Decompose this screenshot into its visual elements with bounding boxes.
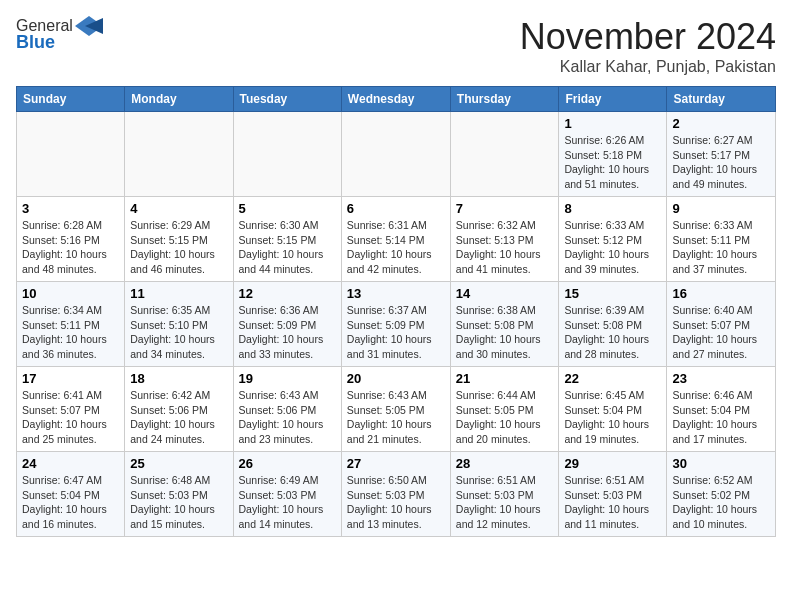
weekday-header-sunday: Sunday — [17, 87, 125, 112]
day-number: 8 — [564, 201, 661, 216]
calendar-day-19: 19Sunrise: 6:43 AM Sunset: 5:06 PM Dayli… — [233, 367, 341, 452]
day-info: Sunrise: 6:30 AM Sunset: 5:15 PM Dayligh… — [239, 218, 336, 277]
calendar-day-26: 26Sunrise: 6:49 AM Sunset: 5:03 PM Dayli… — [233, 452, 341, 537]
day-number: 12 — [239, 286, 336, 301]
day-info: Sunrise: 6:33 AM Sunset: 5:12 PM Dayligh… — [564, 218, 661, 277]
day-info: Sunrise: 6:37 AM Sunset: 5:09 PM Dayligh… — [347, 303, 445, 362]
calendar-day-1: 1Sunrise: 6:26 AM Sunset: 5:18 PM Daylig… — [559, 112, 667, 197]
calendar-week-row: 17Sunrise: 6:41 AM Sunset: 5:07 PM Dayli… — [17, 367, 776, 452]
calendar-day-14: 14Sunrise: 6:38 AM Sunset: 5:08 PM Dayli… — [450, 282, 559, 367]
calendar-day-30: 30Sunrise: 6:52 AM Sunset: 5:02 PM Dayli… — [667, 452, 776, 537]
calendar-table: SundayMondayTuesdayWednesdayThursdayFrid… — [16, 86, 776, 537]
day-number: 15 — [564, 286, 661, 301]
day-number: 29 — [564, 456, 661, 471]
day-info: Sunrise: 6:33 AM Sunset: 5:11 PM Dayligh… — [672, 218, 770, 277]
day-number: 1 — [564, 116, 661, 131]
calendar-empty-cell — [450, 112, 559, 197]
day-info: Sunrise: 6:28 AM Sunset: 5:16 PM Dayligh… — [22, 218, 119, 277]
calendar-day-8: 8Sunrise: 6:33 AM Sunset: 5:12 PM Daylig… — [559, 197, 667, 282]
day-info: Sunrise: 6:51 AM Sunset: 5:03 PM Dayligh… — [456, 473, 554, 532]
day-info: Sunrise: 6:43 AM Sunset: 5:06 PM Dayligh… — [239, 388, 336, 447]
day-number: 7 — [456, 201, 554, 216]
day-info: Sunrise: 6:42 AM Sunset: 5:06 PM Dayligh… — [130, 388, 227, 447]
day-info: Sunrise: 6:50 AM Sunset: 5:03 PM Dayligh… — [347, 473, 445, 532]
calendar-day-6: 6Sunrise: 6:31 AM Sunset: 5:14 PM Daylig… — [341, 197, 450, 282]
day-info: Sunrise: 6:52 AM Sunset: 5:02 PM Dayligh… — [672, 473, 770, 532]
day-number: 20 — [347, 371, 445, 386]
day-number: 9 — [672, 201, 770, 216]
day-info: Sunrise: 6:26 AM Sunset: 5:18 PM Dayligh… — [564, 133, 661, 192]
calendar-day-2: 2Sunrise: 6:27 AM Sunset: 5:17 PM Daylig… — [667, 112, 776, 197]
calendar-day-11: 11Sunrise: 6:35 AM Sunset: 5:10 PM Dayli… — [125, 282, 233, 367]
month-title: November 2024 — [520, 16, 776, 58]
day-info: Sunrise: 6:38 AM Sunset: 5:08 PM Dayligh… — [456, 303, 554, 362]
day-info: Sunrise: 6:39 AM Sunset: 5:08 PM Dayligh… — [564, 303, 661, 362]
title-block: November 2024 Kallar Kahar, Punjab, Paki… — [520, 16, 776, 76]
weekday-header-tuesday: Tuesday — [233, 87, 341, 112]
day-info: Sunrise: 6:40 AM Sunset: 5:07 PM Dayligh… — [672, 303, 770, 362]
day-info: Sunrise: 6:44 AM Sunset: 5:05 PM Dayligh… — [456, 388, 554, 447]
calendar-day-27: 27Sunrise: 6:50 AM Sunset: 5:03 PM Dayli… — [341, 452, 450, 537]
calendar-week-row: 10Sunrise: 6:34 AM Sunset: 5:11 PM Dayli… — [17, 282, 776, 367]
calendar-day-28: 28Sunrise: 6:51 AM Sunset: 5:03 PM Dayli… — [450, 452, 559, 537]
calendar-day-9: 9Sunrise: 6:33 AM Sunset: 5:11 PM Daylig… — [667, 197, 776, 282]
day-info: Sunrise: 6:29 AM Sunset: 5:15 PM Dayligh… — [130, 218, 227, 277]
logo: General Blue — [16, 16, 103, 53]
calendar-day-16: 16Sunrise: 6:40 AM Sunset: 5:07 PM Dayli… — [667, 282, 776, 367]
day-number: 18 — [130, 371, 227, 386]
day-number: 23 — [672, 371, 770, 386]
calendar-week-row: 3Sunrise: 6:28 AM Sunset: 5:16 PM Daylig… — [17, 197, 776, 282]
day-number: 30 — [672, 456, 770, 471]
calendar-day-13: 13Sunrise: 6:37 AM Sunset: 5:09 PM Dayli… — [341, 282, 450, 367]
day-number: 6 — [347, 201, 445, 216]
calendar-day-29: 29Sunrise: 6:51 AM Sunset: 5:03 PM Dayli… — [559, 452, 667, 537]
calendar-day-24: 24Sunrise: 6:47 AM Sunset: 5:04 PM Dayli… — [17, 452, 125, 537]
calendar-day-7: 7Sunrise: 6:32 AM Sunset: 5:13 PM Daylig… — [450, 197, 559, 282]
calendar-day-21: 21Sunrise: 6:44 AM Sunset: 5:05 PM Dayli… — [450, 367, 559, 452]
day-number: 2 — [672, 116, 770, 131]
day-info: Sunrise: 6:41 AM Sunset: 5:07 PM Dayligh… — [22, 388, 119, 447]
calendar-empty-cell — [17, 112, 125, 197]
day-info: Sunrise: 6:36 AM Sunset: 5:09 PM Dayligh… — [239, 303, 336, 362]
weekday-header-friday: Friday — [559, 87, 667, 112]
calendar-empty-cell — [233, 112, 341, 197]
day-info: Sunrise: 6:47 AM Sunset: 5:04 PM Dayligh… — [22, 473, 119, 532]
calendar-day-12: 12Sunrise: 6:36 AM Sunset: 5:09 PM Dayli… — [233, 282, 341, 367]
day-number: 5 — [239, 201, 336, 216]
calendar-day-20: 20Sunrise: 6:43 AM Sunset: 5:05 PM Dayli… — [341, 367, 450, 452]
logo-blue-text: Blue — [16, 32, 55, 53]
day-number: 13 — [347, 286, 445, 301]
calendar-day-17: 17Sunrise: 6:41 AM Sunset: 5:07 PM Dayli… — [17, 367, 125, 452]
day-number: 28 — [456, 456, 554, 471]
day-number: 26 — [239, 456, 336, 471]
day-info: Sunrise: 6:46 AM Sunset: 5:04 PM Dayligh… — [672, 388, 770, 447]
day-number: 17 — [22, 371, 119, 386]
weekday-header-monday: Monday — [125, 87, 233, 112]
weekday-header-wednesday: Wednesday — [341, 87, 450, 112]
day-info: Sunrise: 6:35 AM Sunset: 5:10 PM Dayligh… — [130, 303, 227, 362]
day-info: Sunrise: 6:48 AM Sunset: 5:03 PM Dayligh… — [130, 473, 227, 532]
day-info: Sunrise: 6:32 AM Sunset: 5:13 PM Dayligh… — [456, 218, 554, 277]
calendar-day-4: 4Sunrise: 6:29 AM Sunset: 5:15 PM Daylig… — [125, 197, 233, 282]
day-number: 22 — [564, 371, 661, 386]
day-info: Sunrise: 6:49 AM Sunset: 5:03 PM Dayligh… — [239, 473, 336, 532]
weekday-header-row: SundayMondayTuesdayWednesdayThursdayFrid… — [17, 87, 776, 112]
day-number: 21 — [456, 371, 554, 386]
day-number: 24 — [22, 456, 119, 471]
weekday-header-saturday: Saturday — [667, 87, 776, 112]
calendar-week-row: 24Sunrise: 6:47 AM Sunset: 5:04 PM Dayli… — [17, 452, 776, 537]
calendar-empty-cell — [341, 112, 450, 197]
calendar-day-5: 5Sunrise: 6:30 AM Sunset: 5:15 PM Daylig… — [233, 197, 341, 282]
calendar-week-row: 1Sunrise: 6:26 AM Sunset: 5:18 PM Daylig… — [17, 112, 776, 197]
day-number: 11 — [130, 286, 227, 301]
day-info: Sunrise: 6:45 AM Sunset: 5:04 PM Dayligh… — [564, 388, 661, 447]
page-header: General Blue November 2024 Kallar Kahar,… — [16, 16, 776, 76]
calendar-day-18: 18Sunrise: 6:42 AM Sunset: 5:06 PM Dayli… — [125, 367, 233, 452]
day-number: 10 — [22, 286, 119, 301]
day-info: Sunrise: 6:51 AM Sunset: 5:03 PM Dayligh… — [564, 473, 661, 532]
day-number: 16 — [672, 286, 770, 301]
day-number: 14 — [456, 286, 554, 301]
calendar-day-23: 23Sunrise: 6:46 AM Sunset: 5:04 PM Dayli… — [667, 367, 776, 452]
logo-icon — [75, 16, 103, 36]
day-info: Sunrise: 6:34 AM Sunset: 5:11 PM Dayligh… — [22, 303, 119, 362]
